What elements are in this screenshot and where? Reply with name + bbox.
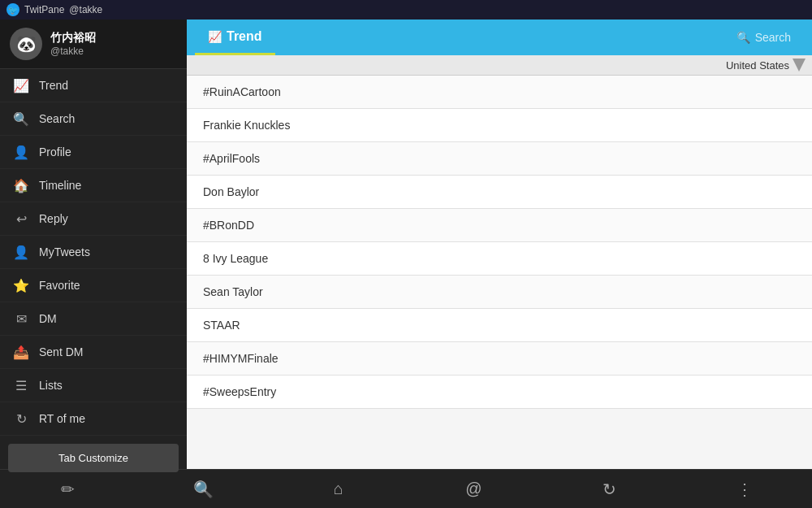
region-selector[interactable]: United States	[726, 59, 806, 72]
lists-icon: ☰	[13, 377, 29, 393]
sidebar-label-favorite: Favorite	[39, 279, 80, 292]
compose-button[interactable]: ✏	[0, 470, 136, 508]
sidebar: 🐼 竹内裕昭 @takke 📈 Trend 🔍 Search 👤 Profile…	[0, 20, 187, 469]
sidebar-label-lists: Lists	[39, 379, 63, 392]
sidebar-label-trend: Trend	[39, 79, 68, 92]
user-info: 竹内裕昭 @takke	[50, 31, 96, 57]
trend-icon: 📈	[208, 30, 222, 43]
title-bar: 🐦 TwitPane @takke	[0, 0, 812, 20]
trend-list-item[interactable]: #SweepsEntry	[187, 376, 812, 409]
search-button[interactable]: 🔍	[136, 470, 271, 508]
user-header: 🐼 竹内裕昭 @takke	[0, 20, 187, 69]
trend-list: #RuinACartoonFrankie Knuckles#AprilFools…	[187, 76, 812, 469]
region-bar: United States	[187, 55, 812, 76]
nav-items: 📈 Trend 🔍 Search 👤 Profile 🏠 Timeline ↩ …	[0, 69, 187, 436]
tab-search-label: Search	[755, 31, 791, 44]
more-button[interactable]: ⋮	[676, 470, 812, 508]
trend-list-item[interactable]: Sean Taylor	[187, 276, 812, 309]
display-name: 竹内裕昭	[50, 31, 96, 46]
trend-list-item[interactable]: #RuinACartoon	[187, 76, 812, 109]
search-icon: 🔍	[736, 31, 750, 44]
app-username: @takke	[69, 4, 102, 15]
mytweets-icon: 👤	[13, 244, 29, 260]
tab-bar: 📈 Trend 🔍 Search	[187, 20, 812, 55]
home-button[interactable]: ⌂	[270, 470, 406, 508]
favorite-icon: ⭐	[13, 277, 29, 293]
profile-icon: 👤	[13, 144, 29, 160]
sidebar-item-dm[interactable]: ✉ DM	[0, 302, 187, 336]
trend-list-item[interactable]: #HIMYMFinale	[187, 342, 812, 376]
tab-trend[interactable]: 📈 Trend	[195, 20, 275, 55]
region-label: United States	[726, 59, 789, 72]
bottom-nav: ✏ 🔍 ⌂ @ ↻ ⋮	[0, 469, 812, 508]
dm-icon: ✉	[13, 310, 29, 327]
sidebar-label-profile: Profile	[39, 145, 71, 158]
main-layout: 🐼 竹内裕昭 @takke 📈 Trend 🔍 Search 👤 Profile…	[0, 20, 812, 469]
mention-button[interactable]: @	[406, 470, 542, 508]
sent-dm-icon: 📤	[13, 344, 29, 360]
sidebar-item-favorite[interactable]: ⭐ Favorite	[0, 269, 187, 302]
sidebar-item-sent-dm[interactable]: 📤 Sent DM	[0, 336, 187, 369]
sidebar-label-search: Search	[39, 112, 75, 125]
sidebar-item-trend[interactable]: 📈 Trend	[0, 69, 187, 102]
sidebar-item-lists[interactable]: ☰ Lists	[0, 369, 187, 402]
sidebar-item-rt-of-me[interactable]: ↻ RT of me	[0, 402, 187, 436]
app-title: TwitPane	[24, 4, 64, 15]
trend-list-item[interactable]: STAAR	[187, 309, 812, 342]
trend-icon: 📈	[13, 77, 29, 93]
sidebar-item-timeline[interactable]: 🏠 Timeline	[0, 169, 187, 202]
avatar: 🐼	[10, 28, 42, 60]
trend-list-item[interactable]: Frankie Knuckles	[187, 109, 812, 142]
reply-icon: ↩	[13, 211, 29, 227]
sidebar-item-mytweets[interactable]: 👤 MyTweets	[0, 236, 187, 269]
tab-customize-button[interactable]: Tab Customize	[8, 444, 179, 472]
timeline-icon: 🏠	[13, 177, 29, 193]
sidebar-label-timeline: Timeline	[39, 179, 81, 192]
sidebar-label-sent-dm: Sent DM	[39, 345, 83, 358]
sidebar-item-profile[interactable]: 👤 Profile	[0, 136, 187, 169]
sidebar-item-search[interactable]: 🔍 Search	[0, 102, 187, 136]
retweet-button[interactable]: ↻	[542, 470, 677, 508]
tab-trend-label: Trend	[227, 29, 262, 44]
sidebar-label-dm: DM	[39, 312, 57, 325]
content-area: 📈 Trend 🔍 Search United States #RuinACar…	[187, 20, 812, 469]
sidebar-item-reply[interactable]: ↩ Reply	[0, 202, 187, 236]
tab-search[interactable]: 🔍 Search	[723, 31, 804, 44]
trend-list-item[interactable]: #AprilFools	[187, 142, 812, 176]
search-icon: 🔍	[13, 111, 29, 127]
region-dropdown-icon	[793, 59, 806, 72]
trend-list-item[interactable]: #BRonDD	[187, 209, 812, 242]
trend-list-item[interactable]: 8 Ivy League	[187, 242, 812, 276]
sidebar-label-rt-of-me: RT of me	[39, 412, 85, 425]
sidebar-label-reply: Reply	[39, 212, 68, 225]
screen-name: @takke	[50, 46, 96, 57]
app-icon: 🐦	[6, 3, 19, 16]
rt-of-me-icon: ↻	[13, 410, 29, 427]
sidebar-label-mytweets: MyTweets	[39, 245, 90, 258]
trend-list-item[interactable]: Don Baylor	[187, 176, 812, 209]
